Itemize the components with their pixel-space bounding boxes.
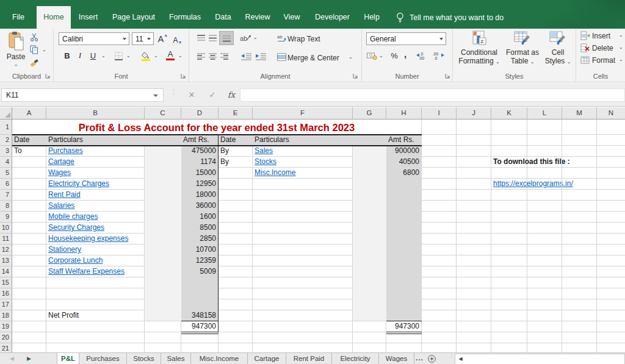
increase-decimal-button[interactable]: .0.00 — [416, 51, 429, 60]
bold-button[interactable]: B — [62, 49, 72, 62]
sheet-tab-misc-income[interactable]: Misc.Income — [191, 353, 248, 364]
cell-B4[interactable]: Cartage — [46, 157, 145, 168]
cell-N4[interactable] — [597, 157, 625, 168]
cell-B12[interactable]: Stationery — [46, 244, 145, 255]
cell-B13[interactable]: Corporate Lunch — [46, 255, 145, 266]
cell-L7[interactable] — [527, 190, 562, 201]
cell-N19[interactable] — [597, 321, 625, 332]
cell-I7[interactable] — [422, 190, 457, 201]
cell-C12[interactable] — [145, 244, 181, 255]
cell-C13[interactable] — [145, 255, 181, 266]
format-as-table-button[interactable]: Format as Table ⌄ — [504, 30, 541, 66]
cell-F14[interactable] — [253, 266, 353, 277]
cell-N5[interactable] — [597, 168, 625, 179]
cell-N7[interactable] — [597, 190, 625, 201]
ribbon-tab-review[interactable]: Review — [241, 6, 274, 29]
cell-J18[interactable] — [457, 310, 491, 321]
cell-D13[interactable]: 12359 — [181, 255, 219, 266]
cell-link-text[interactable]: Sales — [253, 146, 275, 156]
column-header-G[interactable]: G — [353, 107, 386, 120]
column-header-L[interactable]: L — [527, 107, 562, 120]
cell-F20[interactable] — [253, 332, 353, 343]
insert-cells-chevron[interactable]: ⌄ — [619, 32, 623, 38]
sheet-tab-cartage[interactable]: Cartage — [248, 353, 286, 364]
tab-scroll-splitter[interactable]: ⋮ — [449, 355, 453, 357]
shrink-font-button[interactable]: A▼ — [171, 34, 184, 46]
cell-J10[interactable] — [457, 223, 491, 234]
insert-function-button[interactable]: fx — [224, 88, 239, 102]
font-family-select[interactable]: Calibri — [59, 32, 129, 45]
cell-G11[interactable] — [353, 234, 386, 244]
cell-M9[interactable] — [562, 212, 597, 223]
middle-align-button[interactable] — [207, 33, 218, 44]
cell-G19[interactable] — [353, 321, 386, 332]
cell-N20[interactable] — [597, 332, 625, 343]
cell-M17[interactable] — [562, 299, 597, 310]
accounting-format-button[interactable] — [366, 51, 378, 61]
row-header-11[interactable]: 11 — [0, 234, 12, 244]
cell-K8[interactable] — [491, 201, 527, 212]
cell-L21[interactable] — [527, 343, 562, 352]
cell-M15[interactable] — [562, 277, 597, 288]
cell-M2[interactable] — [562, 135, 597, 146]
cell-A13[interactable] — [12, 255, 46, 266]
cell-H5[interactable]: 6800 — [386, 168, 422, 179]
cell-I9[interactable] — [422, 212, 457, 223]
cell-A8[interactable] — [12, 201, 46, 212]
cell-A4[interactable] — [12, 157, 46, 168]
cell-A17[interactable] — [12, 299, 46, 310]
cell-D17[interactable] — [181, 299, 219, 310]
cell-J11[interactable] — [457, 234, 491, 244]
row-header-2[interactable]: 2 — [0, 135, 12, 146]
row-header-7[interactable]: 7 — [0, 190, 12, 201]
merge-center-dropdown-chevron[interactable]: ⌄ — [349, 54, 353, 60]
cell-E19[interactable] — [219, 321, 253, 332]
cell-G13[interactable] — [353, 255, 386, 266]
enter-button[interactable]: ✓ — [205, 88, 220, 102]
cell-H6[interactable] — [386, 179, 422, 190]
cell-A2[interactable]: Date — [12, 135, 46, 146]
cell-D18[interactable]: 348158 — [181, 310, 219, 321]
cell-L13[interactable] — [527, 255, 562, 266]
cell-N8[interactable] — [597, 201, 625, 212]
cell-E8[interactable] — [219, 201, 253, 212]
cell-M7[interactable] — [562, 190, 597, 201]
cell-B16[interactable] — [46, 288, 145, 299]
row-header-9[interactable]: 9 — [0, 212, 12, 223]
cell-L5[interactable] — [527, 168, 562, 179]
cell-I1[interactable] — [422, 120, 457, 135]
cell-E4[interactable]: By — [219, 157, 253, 168]
cell-C5[interactable] — [145, 168, 181, 179]
cell-E2[interactable]: Date — [219, 135, 253, 146]
cell-link-text[interactable]: Stocks — [253, 157, 278, 167]
cell-N11[interactable] — [597, 234, 625, 244]
row-header-12[interactable]: 12 — [0, 244, 12, 255]
align-center-button[interactable] — [207, 51, 218, 62]
cell-I11[interactable] — [422, 234, 457, 244]
cell-A1-title[interactable]: Profit & Loss Account for the year ended… — [12, 120, 422, 135]
cell-E17[interactable] — [219, 299, 253, 310]
cell-C20[interactable] — [145, 332, 181, 343]
align-left-button[interactable] — [195, 51, 206, 62]
cell-D5[interactable]: 15000 — [181, 168, 219, 179]
cell-F18[interactable] — [253, 310, 353, 321]
row-header-17[interactable]: 17 — [0, 299, 12, 310]
cell-link-text[interactable]: Cartage — [46, 157, 76, 167]
formula-input[interactable] — [240, 88, 625, 102]
cell-L20[interactable] — [527, 332, 562, 343]
cell-I10[interactable] — [422, 223, 457, 234]
cell-N16[interactable] — [597, 288, 625, 299]
ribbon-tab-formulas[interactable]: Formulas — [165, 6, 205, 29]
cell-B14[interactable]: Staff Welfare Expenses — [46, 266, 145, 277]
sheet-tab-wages[interactable]: Wages — [379, 353, 414, 364]
cell-F3[interactable]: Sales — [253, 146, 353, 157]
cell-G6[interactable] — [353, 179, 386, 190]
cell-E18[interactable] — [219, 310, 253, 321]
cell-N1[interactable] — [597, 120, 625, 135]
cell-F16[interactable] — [253, 288, 353, 299]
paste-button[interactable]: Paste ⌄ — [4, 31, 28, 67]
column-header-N[interactable]: N — [597, 107, 625, 120]
cell-L1[interactable] — [527, 120, 562, 135]
cell-J19[interactable] — [457, 321, 491, 332]
cell-C16[interactable] — [145, 288, 181, 299]
